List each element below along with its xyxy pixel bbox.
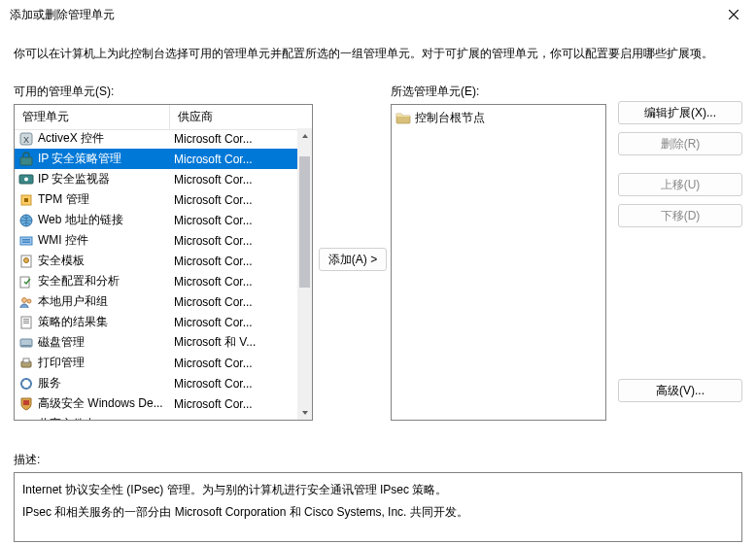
svg-text:X: X <box>23 135 29 145</box>
titlebar: 添加或删除管理单元 <box>0 0 756 29</box>
svg-rect-6 <box>24 198 28 202</box>
snapin-vendor: Microsoft Cor... <box>170 193 293 207</box>
snapin-icon <box>18 376 34 392</box>
svg-rect-25 <box>23 400 29 405</box>
snapin-vendor: Microsoft Cor... <box>170 357 293 370</box>
selected-label: 所选管理单元(E): <box>391 84 606 100</box>
snapin-icon <box>18 274 34 290</box>
snapin-name: IP 安全策略管理 <box>38 151 170 167</box>
list-item[interactable]: TPM 管理Microsoft Cor... <box>15 189 297 210</box>
snapin-vendor: Microsoft Cor... <box>170 132 293 146</box>
window-title: 添加或删除管理单元 <box>10 7 115 23</box>
description-line2: IPsec 和相关服务的一部分由 Microsoft Corporation 和… <box>22 501 734 524</box>
snapin-name: 共享文件夹 <box>38 416 170 420</box>
snapin-vendor: Microsoft 和 V... <box>170 334 293 351</box>
snapin-name: Web 地址的链接 <box>38 212 170 228</box>
list-item[interactable]: 服务Microsoft Cor... <box>15 373 297 393</box>
list-item[interactable]: WMI 控件Microsoft Cor... <box>15 230 297 251</box>
tree-root-item[interactable]: 控制台根节点 <box>395 109 601 126</box>
scroll-track[interactable] <box>297 143 312 405</box>
list-item[interactable]: 本地用户和组Microsoft Cor... <box>15 291 297 312</box>
snapin-vendor: Microsoft Cor... <box>170 377 293 391</box>
svg-point-15 <box>27 299 31 303</box>
folder-icon <box>395 110 411 125</box>
available-header: 管理单元 供应商 <box>15 105 312 130</box>
move-down-button[interactable]: 下移(D) <box>618 204 742 227</box>
list-item[interactable]: 策略的结果集Microsoft Cor... <box>15 312 297 332</box>
snapin-vendor: Microsoft Cor... <box>170 173 293 187</box>
close-icon <box>729 10 739 19</box>
snapin-icon <box>18 233 34 249</box>
selected-section: 所选管理单元(E): 控制台根节点 <box>391 84 606 421</box>
scroll-thumb[interactable] <box>299 156 310 288</box>
snapin-icon: X <box>18 131 34 147</box>
svg-rect-18 <box>23 321 29 322</box>
scroll-down-button[interactable] <box>297 405 312 420</box>
list-item[interactable]: 安全模板Microsoft Cor... <box>15 251 297 271</box>
available-section: 可用的管理单元(S): 管理单元 供应商 XActiveX 控件Microsof… <box>14 84 313 421</box>
snapin-vendor: Microsoft Cor... <box>170 275 293 289</box>
list-item[interactable]: 安全配置和分析Microsoft Cor... <box>15 271 297 291</box>
snapin-name: 安全模板 <box>38 253 170 269</box>
snapin-icon <box>18 417 34 421</box>
snapin-icon <box>18 356 34 371</box>
list-item[interactable]: 高级安全 Windows De...Microsoft Cor... <box>15 393 297 414</box>
svg-rect-17 <box>23 319 29 320</box>
snapin-icon <box>18 172 34 187</box>
svg-rect-23 <box>23 358 29 362</box>
col-header-vendor[interactable]: 供应商 <box>170 105 312 130</box>
close-button[interactable] <box>711 0 756 29</box>
snapin-name: TPM 管理 <box>38 191 170 208</box>
scroll-up-button[interactable] <box>297 128 312 143</box>
snapin-vendor: Microsoft Cor... <box>170 397 293 411</box>
description-section: 描述: Internet 协议安全性 (IPsec) 管理。为与别的计算机进行安… <box>14 452 742 545</box>
snapin-vendor: Microsoft Cor... <box>170 316 293 329</box>
snapin-icon <box>18 294 34 310</box>
svg-rect-8 <box>20 237 32 245</box>
snapin-name: ActiveX 控件 <box>38 130 170 147</box>
snapin-icon <box>18 254 34 269</box>
list-item[interactable]: IP 安全监视器Microsoft Cor... <box>15 169 297 189</box>
list-item[interactable]: XActiveX 控件Microsoft Cor... <box>15 128 297 149</box>
available-listview[interactable]: 管理单元 供应商 XActiveX 控件Microsoft Cor...IP 安… <box>14 104 313 421</box>
advanced-button[interactable]: 高级(V)... <box>618 379 742 402</box>
snapin-icon <box>18 396 34 412</box>
snapin-name: 服务 <box>38 375 170 392</box>
snapin-icon <box>18 192 34 208</box>
move-up-button[interactable]: 上移(U) <box>618 173 742 196</box>
snapin-icon <box>18 152 34 167</box>
list-item[interactable]: Web 地址的链接Microsoft Cor... <box>15 210 297 230</box>
snapin-icon <box>18 315 34 330</box>
snapin-name: IP 安全监视器 <box>38 171 170 187</box>
edit-extensions-button[interactable]: 编辑扩展(X)... <box>618 101 742 124</box>
remove-button[interactable]: 删除(R) <box>618 132 742 155</box>
svg-rect-2 <box>20 157 32 165</box>
svg-point-4 <box>24 177 28 181</box>
main-area: 可用的管理单元(S): 管理单元 供应商 XActiveX 控件Microsof… <box>14 84 742 446</box>
right-button-column: 编辑扩展(X)... 删除(R) 上移(U) 下移(D) 高级(V)... <box>618 101 742 410</box>
snapin-vendor: Microsoft Cor... <box>170 214 293 227</box>
snapin-name: 磁盘管理 <box>38 334 170 351</box>
snapin-vendor: Microsoft Cor... <box>170 153 293 166</box>
svg-point-14 <box>22 297 27 302</box>
list-item[interactable]: 打印管理Microsoft Cor... <box>15 353 297 373</box>
selected-tree[interactable]: 控制台根节点 <box>391 104 606 421</box>
col-header-name[interactable]: 管理单元 <box>15 105 170 130</box>
available-label: 可用的管理单元(S): <box>14 84 313 100</box>
snapin-name: WMI 控件 <box>38 232 170 249</box>
add-button[interactable]: 添加(A) > <box>319 248 387 271</box>
snapin-icon <box>18 335 34 351</box>
tree-root-label: 控制台根节点 <box>415 110 485 126</box>
svg-rect-21 <box>21 345 31 347</box>
description-line1: Internet 协议安全性 (IPsec) 管理。为与别的计算机进行安全通讯管… <box>22 479 734 501</box>
list-item[interactable]: IP 安全策略管理Microsoft Cor... <box>15 149 297 169</box>
svg-point-12 <box>24 257 29 262</box>
available-scrollbar[interactable] <box>297 128 312 420</box>
available-list-body: XActiveX 控件Microsoft Cor...IP 安全策略管理Micr… <box>15 128 297 420</box>
svg-rect-9 <box>22 239 30 241</box>
snapin-name: 高级安全 Windows De... <box>38 395 170 412</box>
snapin-vendor: Microsoft Cor... <box>170 295 293 309</box>
list-item[interactable]: 共享文件夹Microsoft Cor... <box>15 414 297 420</box>
list-item[interactable]: 磁盘管理Microsoft 和 V... <box>15 332 297 353</box>
svg-rect-10 <box>22 241 30 243</box>
